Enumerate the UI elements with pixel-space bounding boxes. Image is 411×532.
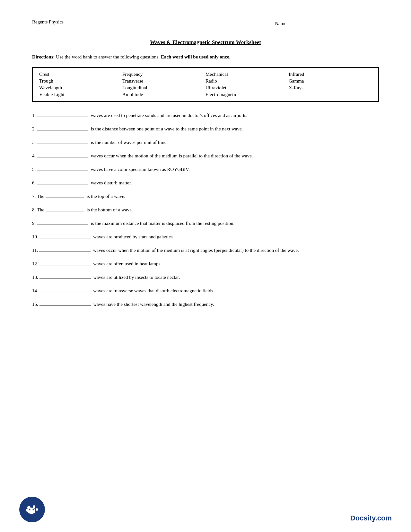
docsity-brand: Docsity.com xyxy=(350,514,392,522)
title-section: Waves & Electromagnetic Spectrum Workshe… xyxy=(32,39,379,46)
q6-num: 6. xyxy=(32,180,36,185)
q9-text: is the maximum distance that matter is d… xyxy=(90,221,234,226)
q5-num: 5. xyxy=(32,167,36,172)
question-14: 14. waves are transverse waves that dist… xyxy=(32,287,379,295)
word-bank-item: Frequency xyxy=(122,72,206,77)
question-12: 12. waves are often used in heat lamps. xyxy=(32,260,379,268)
directions-text: Use the word bank to answer the followin… xyxy=(55,54,161,59)
q2-num: 2. xyxy=(32,126,36,131)
header: Regents Physics Name xyxy=(32,19,379,26)
directions-section: Directions: Use the word bank to answer … xyxy=(32,53,379,61)
q11-num: 11. xyxy=(32,248,38,253)
word-bank-col-4: Infrared Gamma X-Rays xyxy=(289,72,372,97)
svg-point-5 xyxy=(36,508,38,511)
question-8: 8. The is the bottom of a wave. xyxy=(32,206,379,214)
name-field-area: Name xyxy=(275,19,379,26)
q9-num: 9. xyxy=(32,221,36,226)
svg-point-6 xyxy=(29,509,31,510)
question-3: 3. is the number of waves per unit of ti… xyxy=(32,138,379,146)
worksheet-title: Waves & Electromagnetic Spectrum Workshe… xyxy=(150,39,261,45)
word-bank-item: Gamma xyxy=(289,78,372,84)
word-bank-item: Infrared xyxy=(289,72,372,77)
subject-label: Regents Physics xyxy=(32,19,64,25)
word-bank: Crest Trough Wavelength Visible Light Fr… xyxy=(32,67,379,102)
q12-num: 12. xyxy=(32,261,38,266)
question-4: 4. waves occur when the motion of the me… xyxy=(32,152,379,160)
q12-text: waves are often used in heat lamps. xyxy=(92,261,162,266)
q6-text: waves disturb matter. xyxy=(90,180,132,185)
q7-prefix: 7. The xyxy=(32,194,46,199)
q1-blank[interactable] xyxy=(37,112,88,117)
q2-text: is the distance between one point of a w… xyxy=(90,126,243,131)
question-10: 10. waves are produced by stars and gala… xyxy=(32,233,379,241)
q3-num: 3. xyxy=(32,140,36,145)
q7-text: is the top of a wave. xyxy=(85,194,126,199)
q14-num: 14. xyxy=(32,288,38,293)
question-6: 6. waves disturb matter. xyxy=(32,179,379,187)
docsity-logo-icon xyxy=(19,497,45,522)
q3-text: is the number of waves per unit of time. xyxy=(90,140,168,145)
word-bank-item: Radio xyxy=(206,78,289,84)
q13-num: 13. xyxy=(32,275,38,280)
word-bank-item: Visible Light xyxy=(39,92,122,97)
q4-num: 4. xyxy=(32,153,36,158)
word-bank-item: Electromagnetic xyxy=(206,92,289,97)
word-bank-col-2: Frequency Transverse Longitudinal Amplit… xyxy=(122,72,206,97)
question-13: 13. waves are utilized by insects to loc… xyxy=(32,273,379,281)
word-bank-item: Transverse xyxy=(122,78,206,84)
question-9: 9. is the maximum distance that matter i… xyxy=(32,219,379,227)
q6-blank[interactable] xyxy=(37,179,88,184)
word-bank-item: Amplitude xyxy=(122,92,206,97)
q5-text: waves have a color spectrum known as ROY… xyxy=(90,167,190,172)
q5-blank[interactable] xyxy=(37,166,88,171)
q11-blank[interactable] xyxy=(39,247,91,252)
svg-point-4 xyxy=(26,509,29,512)
q4-text: waves occur when the motion of the mediu… xyxy=(90,153,253,158)
question-5: 5. waves have a color spectrum known as … xyxy=(32,165,379,173)
q8-text: is the bottom of a wave. xyxy=(85,207,133,212)
name-input-line[interactable] xyxy=(289,19,379,25)
q14-text: waves are transverse waves that disturb … xyxy=(92,288,214,293)
q10-text: waves are produced by stars and galaxies… xyxy=(92,234,174,239)
q2-blank[interactable] xyxy=(37,125,88,130)
q14-blank[interactable] xyxy=(39,287,91,292)
q15-num: 15. xyxy=(32,302,38,307)
directions-label: Directions: xyxy=(32,54,55,59)
word-bank-item: X-Rays xyxy=(289,85,372,91)
q8-blank[interactable] xyxy=(46,206,84,211)
q1-num: 1. xyxy=(32,113,36,118)
q1-text: waves are used to penetrate solids and a… xyxy=(90,113,247,118)
question-15: 15. waves have the shortest wavelength a… xyxy=(32,300,379,308)
word-bank-col-3: Mechanical Radio Ultraviolet Electromagn… xyxy=(206,72,289,97)
footer: Docsity.com xyxy=(19,497,392,522)
q4-blank[interactable] xyxy=(37,152,88,157)
svg-point-7 xyxy=(33,509,34,510)
q13-text: waves are utilized by insects to locate … xyxy=(92,275,180,280)
directions-emphasis: Each word will be used only once. xyxy=(161,54,230,59)
q11-text: waves occur when the motion of the mediu… xyxy=(92,248,299,253)
question-2: 2. is the distance between one point of … xyxy=(32,125,379,133)
q10-num: 10. xyxy=(32,234,38,239)
question-11: 11. waves occur when the motion of the m… xyxy=(32,246,379,254)
q7-blank[interactable] xyxy=(46,193,84,198)
name-label: Name xyxy=(275,21,286,26)
word-bank-item: Wavelength xyxy=(39,85,122,91)
question-7: 7. The is the top of a wave. xyxy=(32,192,379,200)
questions-section: 1. waves are used to penetrate solids an… xyxy=(32,111,379,308)
q15-blank[interactable] xyxy=(39,301,91,306)
q13-blank[interactable] xyxy=(39,274,91,279)
q9-blank[interactable] xyxy=(37,220,88,225)
word-bank-col-1: Crest Trough Wavelength Visible Light xyxy=(39,72,122,97)
word-bank-item: Ultraviolet xyxy=(206,85,289,91)
q8-prefix: 8. The xyxy=(32,207,46,212)
word-bank-item: Mechanical xyxy=(206,72,289,77)
question-1: 1. waves are used to penetrate solids an… xyxy=(32,111,379,119)
q3-blank[interactable] xyxy=(37,139,88,144)
word-bank-item: Trough xyxy=(39,78,122,84)
svg-point-3 xyxy=(33,505,35,509)
q15-text: waves have the shortest wavelength and t… xyxy=(92,302,214,307)
word-bank-item: Crest xyxy=(39,72,122,77)
word-bank-item: Longitudinal xyxy=(122,85,206,91)
q10-blank[interactable] xyxy=(39,233,91,238)
q12-blank[interactable] xyxy=(39,260,91,265)
